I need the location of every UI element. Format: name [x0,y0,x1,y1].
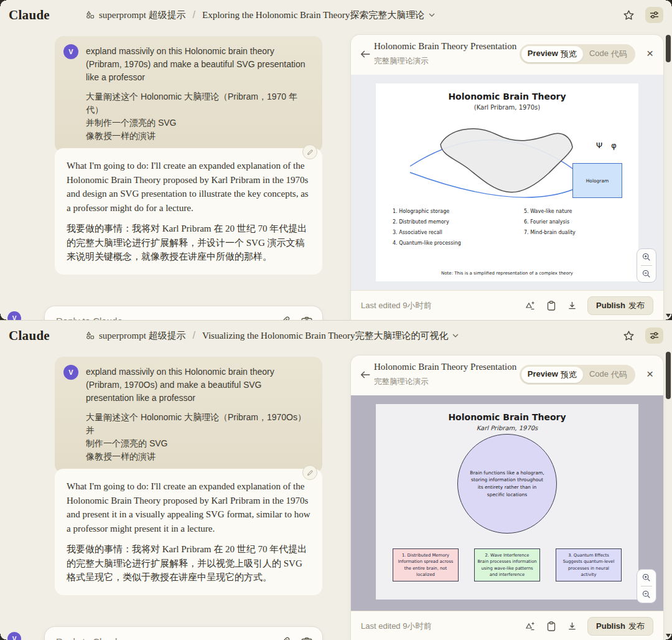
assistant-message: What I'm going to do: I'll create an exp… [55,469,322,595]
attach-button[interactable] [281,316,291,320]
zoom-out-icon [642,270,651,278]
scrollbar-thumb[interactable] [666,352,671,399]
artifact-footer: Last edited 9小时前 Publish 发布 [351,290,663,320]
slide-subtitle: Karl Pribram, 1970s [376,425,638,431]
slide-note: Note: This is a simplified representatio… [376,271,638,276]
chat-column: V expland massivily on this Holonomic br… [0,351,339,640]
sliders-icon [650,11,659,19]
scroll-down-arrow[interactable] [666,634,671,638]
zoom-in-button[interactable] [637,249,656,265]
list-item: 1. Holographic storage [393,209,461,214]
artifact-title: Holonomic Brain Theory Presentation [374,362,516,372]
account-avatar[interactable]: V [7,632,21,640]
attach-button[interactable] [281,636,291,640]
star-button[interactable] [623,330,635,342]
settings-sliders-button[interactable] [645,7,663,23]
project-breadcrumb[interactable]: superprompt 超级提示 [86,9,186,21]
slide-preview: Holonomic Brain Theory Karl Pribram, 197… [376,404,638,600]
project-icon [86,331,95,340]
project-breadcrumb[interactable]: superprompt 超级提示 [86,330,186,342]
tab-code[interactable]: Code 代码 [583,367,633,383]
clipboard-icon [547,301,556,311]
delta-plus-icon [525,621,535,631]
scrollbar-thumb[interactable] [666,35,671,62]
slide-preview: Holonomic Brain Theory (Karl Pribram, 19… [376,83,638,281]
project-name[interactable]: superprompt 超级提示 [99,9,186,21]
edit-message-button[interactable] [302,465,317,480]
tab-preview-label-zh: 预览 [561,369,577,380]
paperclip-icon [281,316,291,320]
close-button[interactable]: × [646,47,653,59]
edit-message-button[interactable] [302,144,317,159]
copy-button[interactable] [547,301,556,311]
download-button[interactable] [567,621,577,631]
reply-input[interactable]: Reply to Claude... [56,316,271,320]
tab-preview[interactable]: Preview 预览 [521,46,583,62]
back-button[interactable] [360,50,371,59]
concept-list-right: 5. Wave-like nature 6. Fourier analysis … [524,209,576,235]
chevron-down-icon [429,13,435,17]
zoom-in-button[interactable] [637,570,656,586]
chat-title-dropdown[interactable]: Exploring the Holonomic Brain Theory探索完整… [202,9,435,21]
box-body: Information spread across the entire bra… [398,558,454,578]
star-button[interactable] [623,9,635,21]
artifact-title: Holonomic Brain Theory Presentation [374,41,516,52]
tab-preview-label: Preview [528,369,558,380]
box-heading: 2. Wave Interference [485,552,529,558]
artifact-canvas: Holonomic Brain Theory Karl Pribram, 197… [351,395,663,611]
publish-button[interactable]: Publish 发布 [587,617,653,636]
back-button[interactable] [360,370,371,379]
slide-title: Holonomic Brain Theory [376,412,638,422]
concept-box-wave-interference: 2. Wave Interference Brain processes inf… [474,548,540,581]
top-bar: Claude superprompt 超级提示 / Exploring the … [0,0,672,30]
artifact-subtitle: 完整脑理论演示 [374,56,429,67]
settings-sliders-button[interactable] [645,327,663,344]
topbar-actions [623,327,663,344]
claude-logo[interactable]: Claude [9,7,50,23]
screenshot-button[interactable] [301,316,312,321]
tab-code[interactable]: Code 代码 [583,46,633,62]
publish-label-zh: 发布 [628,621,645,632]
chat-title-dropdown[interactable]: Visualizing the Holonomic Brain Theory完整… [202,330,459,342]
account-avatar[interactable]: V [7,311,21,320]
zoom-in-icon [642,253,651,261]
assistant-message-text-zh: 我要做的事情：我将对 Karl Pribram 在 20 世纪 70 年代提出的… [67,222,310,264]
project-name[interactable]: superprompt 超级提示 [99,330,186,342]
back-arrow-icon [360,370,371,379]
tab-preview[interactable]: Preview 预览 [521,367,583,383]
list-item: 7. Mind-brain duality [524,230,576,235]
view-toggle: Preview 预览 Code 代码 [520,44,635,64]
tab-code-label: Code [589,369,609,380]
camera-icon [301,637,312,640]
scroll-down-arrow[interactable] [666,314,671,318]
hologram-box: Hologram [572,163,622,198]
zoom-out-button[interactable] [637,266,656,282]
claude-logo[interactable]: Claude [9,328,50,344]
user-avatar: V [63,44,78,59]
download-button[interactable] [567,301,577,310]
zoom-out-button[interactable] [637,586,656,603]
reply-composer[interactable]: Reply to Claude... Claude 3.5 Sonnet 3.5… [45,627,322,640]
compare-versions-button[interactable] [525,621,535,631]
close-button[interactable]: × [646,368,653,380]
download-icon [567,621,577,631]
star-icon [623,9,635,21]
last-edited-status: Last edited 9小时前 [361,300,431,311]
user-avatar: V [63,365,78,380]
screenshot-button[interactable] [301,637,312,640]
zoom-in-icon [642,573,651,582]
assistant-message-text-en: What I'm going to do: I'll create an exp… [67,479,310,535]
artifact-header: Holonomic Brain Theory Presentation 完整脑理… [351,35,663,75]
compare-versions-button[interactable] [525,301,535,311]
copy-button[interactable] [547,621,556,631]
reply-composer[interactable]: Reply to Claude... Claude 3.5 Sonnet 3.5… [45,306,322,320]
artifact-header: Holonomic Brain Theory Presentation 完整脑理… [351,355,663,395]
box-heading: 1. Distributed Memory [402,552,449,558]
star-icon [623,330,635,342]
pencil-icon [307,149,314,156]
slide-title: Holonomic Brain Theory [376,92,638,101]
reply-input[interactable]: Reply to Claude... [56,636,271,640]
publish-button[interactable]: Publish 发布 [587,296,653,315]
paperclip-icon [281,636,291,640]
concept-box-distributed-memory: 1. Distributed Memory Information spread… [393,548,459,581]
